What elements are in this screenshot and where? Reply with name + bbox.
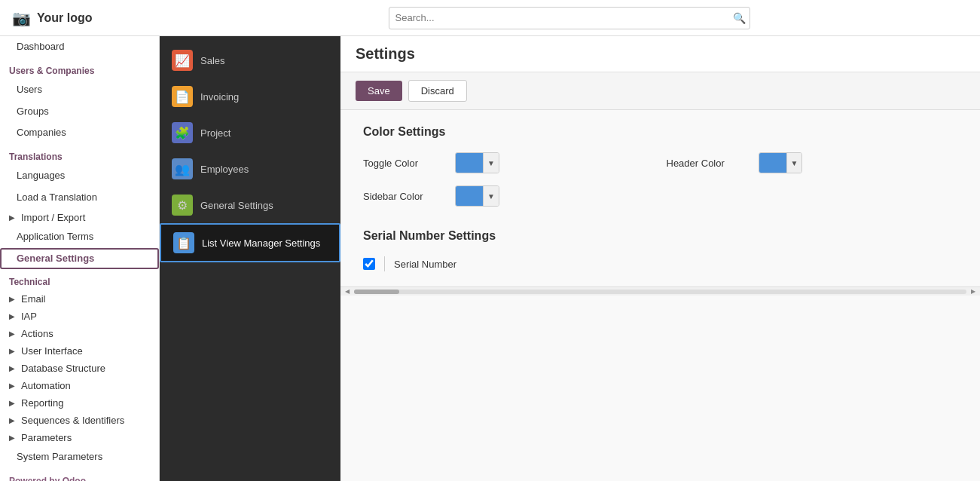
sidebar-section-technical[interactable]: Technical [0,269,159,290]
page-title: Settings [356,45,415,63]
color-settings-title: Color Settings [363,125,957,139]
list-view-manager-label: List View Manager Settings [202,237,320,249]
sidebar-section-users-companies[interactable]: Users & Companies [0,58,159,79]
sidebar-color-dropdown-arrow[interactable]: ▼ [483,186,499,206]
sidebar-item-reporting[interactable]: ▶ Reporting [0,394,159,412]
dark-menu-item-list-view-manager[interactable]: 📋 List View Manager Settings [160,223,340,262]
sidebar-item-actions[interactable]: ▶ Actions [0,325,159,342]
arrow-icon-actions: ▶ [9,329,18,338]
sidebar-item-parameters[interactable]: ▶ Parameters [0,429,159,446]
sidebar-item-load-translation[interactable]: Load a Translation [0,187,159,209]
bottom-scrollbar[interactable]: ◀ ▶ [340,286,980,296]
dark-menu-item-invoicing[interactable]: 📄 Invoicing [160,78,340,115]
header-color-picker[interactable]: ▼ [759,152,803,173]
sidebar-item-import-export[interactable]: ▶ Import / Export [0,209,159,226]
invoicing-icon: 📄 [172,86,193,107]
toggle-color-row: Toggle Color ▼ [363,152,655,173]
sidebar-item-users[interactable]: Users [0,79,159,101]
logo-icon: 📷 [12,9,31,27]
sidebar-item-dashboard[interactable]: Dashboard [0,36,159,58]
logo-text: Your logo [37,11,92,25]
iap-label: IAP [21,311,37,322]
header-color-row: Header Color ▼ [667,152,958,173]
arrow-icon-db: ▶ [9,364,18,372]
settings-content: Color Settings Toggle Color ▼ Header Col… [340,110,980,286]
top-header: 📷 Your logo 🔍 [0,0,980,36]
sidebar-item-automation[interactable]: ▶ Automation [0,377,159,394]
toggle-color-dropdown-arrow[interactable]: ▼ [483,153,499,173]
sidebar-item-companies[interactable]: Companies [0,122,159,144]
toggle-color-label: Toggle Color [363,158,446,169]
general-settings-label: General Settings [200,200,273,211]
arrow-icon-automation: ▶ [9,381,18,390]
sidebar-color-row: Sidebar Color ▼ [363,185,655,207]
sidebar-item-iap[interactable]: ▶ IAP [0,308,159,325]
header-color-label: Header Color [667,158,750,169]
list-view-manager-icon: 📋 [173,232,194,253]
discard-button[interactable]: Discard [408,80,467,102]
scroll-thumb [354,290,399,294]
sidebar-item-groups[interactable]: Groups [0,101,159,123]
project-label: Project [200,127,230,139]
search-wrap: 🔍 [389,7,750,29]
arrow-icon-iap: ▶ [9,312,18,320]
sidebar-item-application-terms[interactable]: Application Terms [0,226,159,248]
scroll-left-arrow[interactable]: ◀ [343,288,351,295]
header-color-swatch [759,153,786,173]
action-bar: Save Discard [340,72,980,110]
sidebar-color-swatch [456,186,483,206]
arrow-icon: ▶ [9,213,18,222]
automation-label: Automation [21,380,71,391]
scroll-track [354,290,966,294]
left-sidebar: Dashboard Users & Companies Users Groups… [0,36,160,481]
sidebar-color-picker[interactable]: ▼ [455,185,499,207]
sidebar-item-system-parameters[interactable]: System Parameters [0,446,159,468]
user-interface-label: User Interface [21,345,83,357]
sales-label: Sales [200,55,225,66]
arrow-icon-parameters: ▶ [9,434,18,442]
arrow-icon-reporting: ▶ [9,399,18,407]
dark-menu-item-general-settings[interactable]: ⚙ General Settings [160,187,340,223]
general-settings-icon: ⚙ [172,195,193,216]
sidebar-item-sequences[interactable]: ▶ Sequences & Identifiers [0,412,159,429]
sequences-label: Sequences & Identifiers [21,415,124,426]
serial-number-label: Serial Number [394,259,456,270]
checkbox-divider [384,256,385,271]
email-label: Email [21,293,46,305]
sidebar-item-email[interactable]: ▶ Email [0,290,159,308]
dark-menu-item-sales[interactable]: 📈 Sales [160,42,340,78]
odoo-brand: Odoo [63,476,86,481]
sidebar-color-label: Sidebar Color [363,191,446,202]
save-button[interactable]: Save [356,81,402,101]
sidebar-item-database-structure[interactable]: ▶ Database Structure [0,360,159,377]
toggle-color-picker[interactable]: ▼ [455,152,499,173]
sidebar-item-languages[interactable]: Languages [0,165,159,187]
powered-by-text: Powered by [9,476,63,481]
serial-number-row: Serial Number [363,256,957,271]
powered-by: Powered by Odoo [0,468,159,481]
header-color-dropdown-arrow[interactable]: ▼ [786,153,802,173]
employees-label: Employees [200,164,249,175]
search-area: 🔍 [170,7,968,29]
dark-sidebar: 📈 Sales 📄 Invoicing 🧩 Project 👥 Employee… [160,36,340,481]
dark-menu-item-employees[interactable]: 👥 Employees [160,151,340,187]
arrow-icon-ui: ▶ [9,347,18,355]
scroll-right-arrow[interactable]: ▶ [969,288,977,295]
reporting-label: Reporting [21,397,63,409]
main-layout: Dashboard Users & Companies Users Groups… [0,36,980,481]
dark-menu-item-project[interactable]: 🧩 Project [160,115,340,151]
content-area: Settings Save Discard Color Settings Tog… [340,36,980,481]
serial-number-checkbox[interactable] [363,258,375,270]
arrow-icon-email: ▶ [9,295,18,303]
sidebar-section-translations[interactable]: Translations [0,144,159,165]
serial-number-settings-title: Serial Number Settings [363,229,957,243]
arrow-icon-sequences: ▶ [9,416,18,424]
sidebar-item-user-interface[interactable]: ▶ User Interface [0,342,159,360]
sidebar-item-general-settings[interactable]: General Settings [0,248,159,270]
search-icon[interactable]: 🔍 [733,12,746,24]
import-export-label: Import / Export [21,212,85,223]
actions-label: Actions [21,328,53,339]
database-structure-label: Database Structure [21,363,105,374]
parameters-label: Parameters [21,432,72,443]
search-input[interactable] [389,7,750,29]
